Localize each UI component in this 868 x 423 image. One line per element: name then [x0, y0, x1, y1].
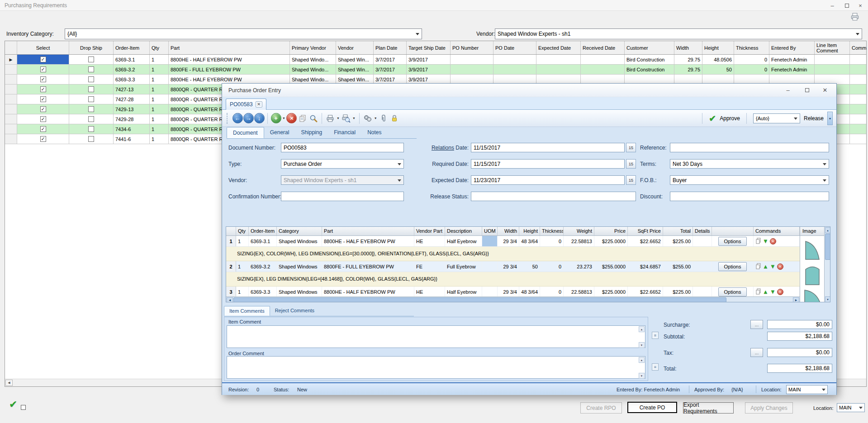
location-select[interactable]: MAIN	[786, 385, 828, 394]
scroll-left-icon[interactable]: ◀	[227, 297, 233, 302]
cell-customer[interactable]: Bird Construction	[625, 55, 674, 64]
column-header-comments[interactable]: Comm	[850, 41, 867, 54]
release-status-field[interactable]	[471, 192, 636, 201]
select-checkbox[interactable]: ✓	[40, 76, 46, 82]
print-icon[interactable]	[325, 113, 336, 124]
column-header-expected_date[interactable]: Expected Date	[536, 41, 581, 54]
grid-cell-price[interactable]: $225.0000	[594, 236, 628, 246]
grid-column-header-thickness[interactable]: Thickness	[540, 227, 564, 235]
cell-comments[interactable]	[850, 94, 867, 104]
select-checkbox[interactable]: ✓	[40, 116, 46, 122]
copy-line-icon[interactable]	[755, 288, 761, 296]
cell-select[interactable]: ✓	[17, 104, 69, 114]
create-po-button[interactable]: Create PO	[627, 402, 677, 413]
grid-cell-weight[interactable]: 22.58813	[564, 287, 594, 297]
grid-hscrollbar[interactable]: ◀ ▶	[226, 296, 800, 302]
column-header-customer[interactable]: Customer	[625, 41, 674, 54]
grid-vscrollbar[interactable]: ▲ ▼	[824, 227, 830, 302]
cell-selector[interactable]: ▶	[5, 55, 17, 64]
cell-plan_date[interactable]: 3/7/2017	[374, 75, 407, 84]
reference-field[interactable]	[670, 143, 829, 152]
cell-po_date[interactable]	[493, 65, 536, 74]
table-row[interactable]: ▶✓6369-3.118800HE - HALF EYEBROW PWShape…	[5, 55, 866, 65]
cell-order_item[interactable]: 7429-28	[114, 114, 150, 124]
grid-cell-total[interactable]: $225.00	[663, 236, 693, 246]
grid-column-header-num[interactable]	[226, 227, 236, 235]
cell-vendor[interactable]: Shaped Win...	[336, 55, 374, 64]
grid-cell-order_item[interactable]: 6369-3.1	[249, 236, 277, 246]
cell-height[interactable]: 48.0506	[702, 55, 734, 64]
dialog-close-icon[interactable]: ✕	[817, 85, 833, 94]
inventory-category-select[interactable]: {All}	[65, 28, 422, 39]
grid-cell-qty[interactable]: 1	[236, 236, 249, 246]
select-checkbox[interactable]: ✓	[40, 96, 46, 102]
cell-comments[interactable]	[850, 65, 867, 74]
grid-column-header-details[interactable]: Details	[693, 227, 712, 235]
column-header-width[interactable]: Width	[674, 41, 702, 54]
approve-check-icon[interactable]: ✔	[709, 113, 716, 124]
drop_ship-checkbox[interactable]	[88, 56, 94, 62]
grid-cell-details[interactable]	[693, 287, 712, 297]
grid-cell-uom[interactable]	[482, 287, 498, 297]
cell-comments[interactable]	[850, 134, 867, 144]
cell-qty[interactable]: 1	[150, 114, 169, 124]
grid-cell-vendor_part[interactable]: HE	[414, 236, 445, 246]
options-button[interactable]: Options	[718, 287, 747, 296]
grid-cell-price[interactable]: $225.0000	[594, 287, 628, 297]
cell-selector[interactable]	[5, 94, 17, 104]
grid-cell-options[interactable]: Options	[712, 236, 754, 246]
cell-customer[interactable]: Bird Construction	[625, 65, 674, 74]
cell-height[interactable]	[702, 75, 734, 84]
fob-select[interactable]: Buyer	[670, 175, 829, 185]
select-checkbox[interactable]: ✓	[40, 86, 46, 92]
grid-cell-description[interactable]: Full Eyebrow	[445, 261, 482, 272]
type-select[interactable]: Purchase Order	[281, 159, 404, 169]
grid-cell-part[interactable]: 8800HE - HALF EYEBROW PW	[322, 236, 414, 246]
cell-drop_ship[interactable]	[69, 55, 114, 64]
cell-comments[interactable]	[850, 85, 867, 94]
cell-po_number[interactable]	[451, 55, 493, 64]
cell-drop_ship[interactable]	[69, 75, 114, 84]
cell-qty[interactable]: 1	[150, 85, 169, 94]
move-up-icon[interactable]: ▲	[763, 289, 768, 295]
grid-cell-order_item[interactable]: 6369-3.2	[249, 261, 277, 272]
lock-icon[interactable]	[389, 113, 400, 124]
cell-primary_vendor[interactable]: Shaped Windo...	[290, 65, 336, 74]
delete-line-icon[interactable]: ×	[777, 289, 783, 295]
cell-select[interactable]: ✓	[17, 55, 69, 64]
cell-qty[interactable]: 1	[150, 104, 169, 114]
cell-order_item[interactable]: 7427-28	[114, 94, 150, 104]
copy-line-icon[interactable]	[755, 263, 761, 270]
move-up-icon[interactable]: ▲	[763, 263, 768, 269]
grid-cell-vendor_part[interactable]: HE	[414, 287, 445, 297]
column-header-order_item[interactable]: Order-Item	[114, 41, 150, 54]
search-icon[interactable]	[308, 113, 319, 124]
grid-cell-thickness[interactable]: 0	[540, 261, 564, 272]
grid-cell-sqft_price[interactable]: $24.6857	[628, 261, 663, 272]
cell-drop_ship[interactable]	[69, 65, 114, 74]
approve-button[interactable]: Approve	[720, 115, 740, 122]
cell-comments[interactable]	[850, 75, 867, 84]
tax-edit-button[interactable]: ...	[750, 348, 763, 357]
grid-cell-height[interactable]: 48 3/64	[519, 236, 540, 246]
minimize-icon[interactable]: –	[825, 1, 839, 10]
grid-column-header-category[interactable]: Category	[277, 227, 322, 235]
grid-cell-details[interactable]	[693, 236, 712, 246]
grid-cell-height[interactable]: 48 3/64	[519, 287, 540, 297]
delete-line-icon[interactable]: ×	[770, 238, 776, 244]
print-preview-icon[interactable]	[341, 113, 351, 124]
cell-qty[interactable]: 1	[150, 75, 169, 84]
terms-select[interactable]: Net 30 Days	[670, 159, 829, 169]
drop_ship-checkbox[interactable]	[88, 126, 94, 132]
cell-comments[interactable]	[850, 114, 867, 124]
cell-received_date[interactable]	[581, 55, 625, 64]
cell-select[interactable]: ✓	[17, 85, 69, 94]
column-header-select[interactable]: Select	[17, 41, 69, 54]
grid-column-header-description[interactable]: Description	[445, 227, 482, 235]
cell-comments[interactable]	[850, 55, 867, 64]
column-header-received_date[interactable]: Received Date	[581, 41, 625, 54]
grid-column-header-part[interactable]: Part	[322, 227, 414, 235]
tab-reject-comments[interactable]: Reject Comments	[270, 306, 319, 316]
cell-entered_by[interactable]: Fenetech Admin	[769, 65, 815, 74]
cell-drop_ship[interactable]	[69, 85, 114, 94]
